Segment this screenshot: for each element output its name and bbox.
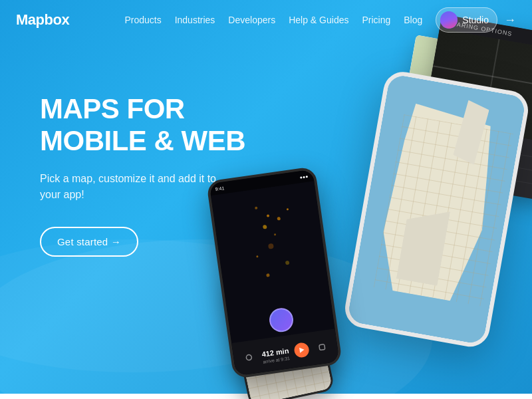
avatar (440, 11, 458, 29)
sf-map (346, 74, 526, 345)
hero-content: MAPS FOR MOBILE & WEB Pick a map, custom… (40, 93, 245, 257)
bottom-icon-1 (241, 349, 257, 366)
svg-marker-1 (299, 347, 305, 353)
studio-label: Studio (462, 15, 489, 25)
hero-title-line1: MAPS FOR (40, 93, 185, 124)
hero-title-line2: MOBILE & WEB (40, 125, 245, 156)
svg-point-0 (246, 354, 252, 360)
nav-help[interactable]: Help & Guides (289, 15, 348, 25)
nav-developers[interactable]: Developers (228, 15, 275, 25)
hero-title: MAPS FOR MOBILE & WEB (40, 93, 245, 158)
nav-right: Studio → (436, 7, 516, 33)
hero-section: Mapbox Products Industries Developers He… (0, 0, 532, 399)
hero-subtitle: Pick a map, customize it and add it to y… (40, 171, 239, 203)
phone-large-screen (346, 74, 526, 345)
nav-blog[interactable]: Blog (404, 15, 422, 25)
logout-icon[interactable]: → (504, 13, 516, 27)
nav-pricing[interactable]: Pricing (362, 15, 390, 25)
svg-rect-2 (319, 344, 325, 350)
nav-products[interactable]: Products (124, 15, 161, 25)
map-grid (346, 74, 526, 345)
bottom-icon-active (293, 342, 310, 358)
cta-button[interactable]: Get started → (40, 227, 138, 257)
nav-industries[interactable]: Industries (175, 15, 215, 25)
bottom-icon-3 (314, 339, 331, 356)
logo[interactable]: Mapbox (16, 11, 69, 29)
nav-links: Products Industries Developers Help & Gu… (124, 14, 422, 26)
center-info: 412 min arrive at 9:31 (261, 344, 290, 364)
phone-large (342, 69, 531, 350)
studio-button[interactable]: Studio (436, 7, 497, 33)
navigation: Mapbox Products Industries Developers He… (0, 0, 532, 40)
devices-container: SHARING OPTIONS Move from 400.0 ft to 45… (206, 27, 532, 399)
